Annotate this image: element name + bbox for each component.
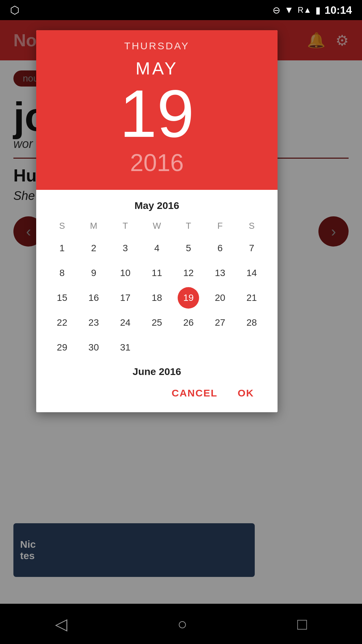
- signal-icon: R▲: [298, 5, 311, 15]
- cal-day-1[interactable]: 1: [59, 238, 65, 258]
- calendar-days: 1 2 3 4 5 6 7 8 9 10 11 12 13 14 15 16 1…: [46, 236, 267, 359]
- weekday-s1: S: [46, 218, 78, 234]
- cal-day-2[interactable]: 2: [91, 238, 97, 258]
- cal-day-27[interactable]: 27: [215, 313, 225, 333]
- cal-day-cell[interactable]: 11: [141, 261, 173, 285]
- cal-day-28[interactable]: 28: [246, 313, 257, 333]
- cal-day-10[interactable]: 10: [120, 263, 130, 283]
- cal-day-cell[interactable]: 17: [110, 286, 141, 310]
- battery-icon: ▮: [315, 5, 320, 16]
- cal-day-19-selected[interactable]: 19: [178, 287, 199, 309]
- cal-day-empty: [173, 336, 204, 359]
- wifi-icon: ▼: [284, 5, 294, 15]
- status-bar: ⬡ ⊖ ▼ R▲ ▮ 10:14: [0, 0, 362, 20]
- cal-day-cell[interactable]: 20: [204, 286, 236, 310]
- weekday-w: W: [141, 218, 173, 234]
- cal-day-empty: [141, 336, 173, 359]
- cal-day-empty: [204, 336, 236, 359]
- cal-day-8[interactable]: 8: [59, 263, 65, 283]
- weekday-t1: T: [110, 218, 141, 234]
- cal-day-30[interactable]: 30: [88, 337, 99, 358]
- next-month-label: June 2016: [46, 366, 267, 377]
- cal-day-22[interactable]: 22: [57, 313, 67, 333]
- cal-day-cell[interactable]: 3: [110, 236, 141, 260]
- cal-day-4[interactable]: 4: [154, 238, 160, 258]
- cal-day-cell[interactable]: 13: [204, 261, 236, 285]
- cal-day-20[interactable]: 20: [215, 288, 225, 308]
- cal-day-cell[interactable]: 16: [78, 286, 109, 310]
- cal-day-cell[interactable]: 10: [110, 261, 141, 285]
- calendar-month-label: May 2016: [46, 200, 267, 211]
- minus-icon: ⊖: [273, 5, 280, 16]
- calendar-grid: S M T W T F S 1 2 3 4 5 6 7 8 9: [46, 218, 267, 359]
- dialog-month: MAY: [50, 58, 264, 78]
- cal-day-24[interactable]: 24: [120, 313, 130, 333]
- cal-day-cell[interactable]: 22: [46, 311, 78, 334]
- cal-day-cell[interactable]: 8: [46, 261, 78, 285]
- cal-day-cell[interactable]: 12: [173, 261, 204, 285]
- cal-day-5[interactable]: 5: [186, 238, 191, 258]
- cal-day-cell[interactable]: 14: [236, 261, 267, 285]
- cal-day-31[interactable]: 31: [120, 337, 130, 358]
- cal-day-25[interactable]: 25: [152, 313, 162, 333]
- cal-day-cell[interactable]: 1: [46, 236, 78, 260]
- cal-day-3[interactable]: 3: [123, 238, 128, 258]
- cal-day-15[interactable]: 15: [57, 288, 67, 308]
- dialog-day-of-week: THURSDAY: [50, 40, 264, 52]
- dialog-year: 2016: [50, 149, 264, 176]
- cal-day-cell[interactable]: 6: [204, 236, 236, 260]
- cal-day-13[interactable]: 13: [215, 263, 225, 283]
- cal-day-cell[interactable]: 2: [78, 236, 109, 260]
- cal-day-11[interactable]: 11: [152, 263, 162, 283]
- cal-day-cell[interactable]: 21: [236, 286, 267, 310]
- cal-day-cell[interactable]: 19: [173, 286, 204, 310]
- cal-day-16[interactable]: 16: [88, 288, 99, 308]
- cal-day-23[interactable]: 23: [88, 313, 99, 333]
- cal-day-29[interactable]: 29: [57, 337, 67, 358]
- status-time: 10:14: [324, 4, 352, 16]
- weekday-f: F: [204, 218, 236, 234]
- status-bar-right: ⊖ ▼ R▲ ▮ 10:14: [273, 4, 352, 16]
- cal-day-26[interactable]: 26: [183, 313, 194, 333]
- cal-day-cell[interactable]: 4: [141, 236, 173, 260]
- cal-day-21[interactable]: 21: [246, 288, 257, 308]
- cal-day-cell[interactable]: 7: [236, 236, 267, 260]
- cal-day-cell[interactable]: 27: [204, 311, 236, 334]
- dialog-actions: CANCEL OK: [46, 381, 267, 409]
- status-bar-left: ⬡: [10, 4, 19, 16]
- calendar-body: May 2016 S M T W T F S 1 2 3 4 5 6 7: [36, 190, 278, 412]
- ok-button[interactable]: OK: [238, 387, 254, 399]
- weekday-m: M: [78, 218, 109, 234]
- cal-day-cell[interactable]: 9: [78, 261, 109, 285]
- cal-day-empty: [236, 336, 267, 359]
- cal-day-cell[interactable]: 30: [78, 336, 109, 359]
- cal-day-6[interactable]: 6: [218, 238, 223, 258]
- weekday-s2: S: [236, 218, 267, 234]
- cal-day-18[interactable]: 18: [152, 288, 162, 308]
- cal-day-cell[interactable]: 25: [141, 311, 173, 334]
- dialog-header: THURSDAY MAY 19 2016: [36, 30, 278, 190]
- cal-day-12[interactable]: 12: [183, 263, 194, 283]
- cal-day-cell[interactable]: 26: [173, 311, 204, 334]
- cancel-button[interactable]: CANCEL: [172, 387, 218, 399]
- cal-day-cell[interactable]: 31: [110, 336, 141, 359]
- cal-day-17[interactable]: 17: [120, 288, 130, 308]
- dialog-date-number: 19: [50, 82, 264, 146]
- cal-day-cell[interactable]: 15: [46, 286, 78, 310]
- cal-day-cell[interactable]: 29: [46, 336, 78, 359]
- cal-day-cell[interactable]: 5: [173, 236, 204, 260]
- date-picker-dialog: THURSDAY MAY 19 2016 May 2016 S M T W T …: [36, 30, 278, 412]
- cal-day-7[interactable]: 7: [249, 238, 254, 258]
- cal-day-14[interactable]: 14: [246, 263, 257, 283]
- cal-day-cell[interactable]: 24: [110, 311, 141, 334]
- cal-day-9[interactable]: 9: [91, 263, 97, 283]
- weekday-t2: T: [173, 218, 204, 234]
- cal-day-cell[interactable]: 28: [236, 311, 267, 334]
- calendar-weekdays: S M T W T F S: [46, 218, 267, 234]
- cal-day-cell[interactable]: 23: [78, 311, 109, 334]
- cal-day-cell[interactable]: 18: [141, 286, 173, 310]
